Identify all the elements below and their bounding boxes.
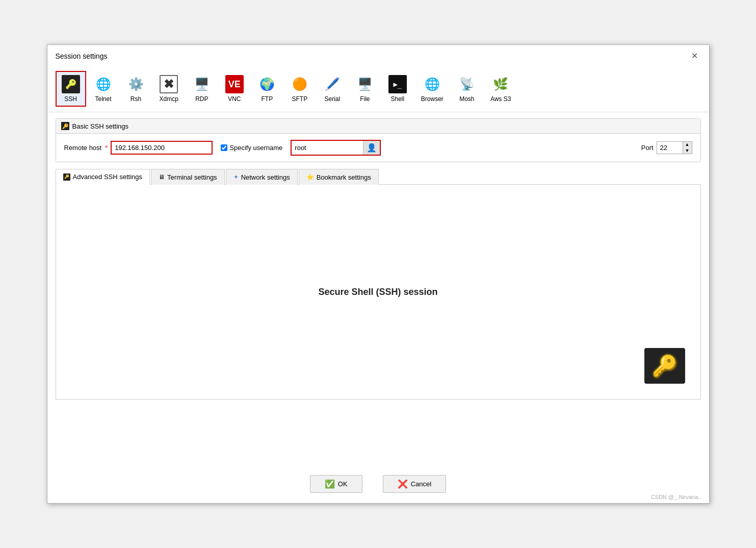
advanced-ssh-tab-icon: 🔑 (63, 173, 70, 181)
ssh-big-icon: 🔑 (644, 348, 685, 384)
ok-button[interactable]: ✅ OK (310, 475, 362, 493)
telnet-icon: 🌐 (94, 75, 113, 93)
protocol-awss3[interactable]: 🌿 Aws S3 (484, 71, 517, 107)
protocol-rdp[interactable]: 🖥️ RDP (187, 71, 217, 107)
cancel-icon: ❌ (398, 479, 408, 489)
protocol-ftp-label: FTP (262, 95, 273, 103)
specify-username-checkbox[interactable] (221, 144, 227, 151)
network-tab-label: Network settings (241, 173, 290, 181)
file-icon: 🖥️ (356, 75, 374, 93)
cancel-label: Cancel (411, 480, 431, 488)
xdmcp-icon: ✖ (160, 75, 178, 93)
basic-section-icon: 🔑 (61, 122, 69, 130)
protocol-rsh[interactable]: ⚙️ Rsh (121, 71, 151, 107)
tab-content-area: Secure Shell (SSH) session 🔑 (56, 185, 701, 400)
specify-username-label: Specify username (229, 144, 282, 152)
network-tab-icon: ✦ (233, 173, 239, 181)
protocol-ftp[interactable]: 🌍 FTP (252, 71, 282, 107)
cancel-button[interactable]: ❌ Cancel (383, 475, 446, 493)
port-decrement-button[interactable]: ▼ (683, 148, 692, 154)
ok-label: OK (338, 480, 348, 488)
protocol-mosh-label: Mosh (459, 95, 474, 103)
dialog-footer: ✅ OK ❌ Cancel (47, 465, 709, 503)
protocol-mosh[interactable]: 📡 Mosh (452, 71, 482, 107)
close-button[interactable]: ✕ (688, 50, 701, 62)
remote-host-label: Remote host (64, 144, 102, 152)
tabs-header: 🔑 Advanced SSH settings 🖥 Terminal setti… (56, 168, 701, 185)
protocol-xdmcp[interactable]: ✖ Xdmcp (153, 71, 185, 107)
protocol-rdp-label: RDP (195, 95, 208, 103)
port-group: Port ▲ ▼ (641, 141, 692, 154)
vnc-icon: VE (225, 75, 244, 93)
protocol-ssh[interactable]: SSH (56, 71, 86, 107)
basic-section-title: 🔑 Basic SSH settings (56, 119, 700, 134)
required-star: * (105, 144, 108, 152)
protocol-vnc[interactable]: VE VNC (219, 71, 250, 107)
title-bar: Session settings ✕ (47, 45, 709, 66)
advanced-ssh-tab-label: Advanced SSH settings (73, 173, 143, 181)
protocol-file[interactable]: 🖥️ File (350, 71, 380, 107)
mosh-icon: 📡 (458, 75, 476, 93)
tab-network[interactable]: ✦ Network settings (226, 169, 298, 185)
terminal-tab-label: Terminal settings (167, 173, 217, 181)
terminal-tab-icon: 🖥 (159, 173, 165, 181)
ftp-icon: 🌍 (258, 75, 276, 93)
ssh-session-label: Secure Shell (SSH) session (318, 287, 437, 297)
protocol-xdmcp-label: Xdmcp (160, 95, 178, 103)
serial-icon: 🖊️ (323, 75, 342, 93)
browser-icon: 🌐 (423, 75, 441, 93)
protocol-browser[interactable]: 🌐 Browser (415, 71, 450, 107)
ok-icon: ✅ (325, 479, 335, 489)
protocol-awss3-label: Aws S3 (490, 95, 511, 103)
protocol-rsh-label: Rsh (131, 95, 141, 103)
protocol-serial-label: Serial (325, 95, 341, 103)
awss3-icon: 🌿 (491, 75, 510, 93)
shell-icon: ▶_ (388, 75, 407, 93)
protocol-bar: SSH 🌐 Telnet ⚙️ Rsh ✖ Xdmcp 🖥️ RDP VE VN… (47, 66, 709, 112)
tab-advanced-ssh[interactable]: 🔑 Advanced SSH settings (56, 169, 150, 185)
tab-terminal[interactable]: 🖥 Terminal settings (151, 169, 225, 185)
port-label: Port (641, 144, 654, 152)
protocol-shell[interactable]: ▶_ Shell (382, 71, 413, 107)
tab-content-inner: Secure Shell (SSH) session (56, 185, 700, 399)
protocol-sftp[interactable]: 🟠 SFTP (284, 71, 315, 107)
specify-username-group: Specify username (221, 144, 282, 152)
basic-section-body: Remote host * Specify username 👤 Port (56, 134, 700, 162)
rdp-icon: 🖥️ (193, 75, 211, 93)
session-settings-dialog: Session settings ✕ SSH 🌐 Telnet ⚙️ Rsh ✖… (47, 44, 710, 504)
bookmark-tab-icon: ⭐ (306, 173, 314, 181)
sftp-icon: 🟠 (291, 75, 309, 93)
ssh-icon (62, 75, 80, 93)
protocol-sftp-label: SFTP (292, 95, 308, 103)
username-input[interactable] (292, 142, 363, 154)
protocol-shell-label: Shell (391, 95, 405, 103)
protocol-ssh-label: SSH (64, 95, 77, 103)
remote-host-input[interactable] (111, 141, 213, 155)
dialog-title: Session settings (56, 52, 108, 60)
protocol-vnc-label: VNC (228, 95, 241, 103)
tab-bookmark[interactable]: ⭐ Bookmark settings (299, 169, 379, 185)
advanced-tabs-section: 🔑 Advanced SSH settings 🖥 Terminal setti… (56, 168, 701, 400)
rsh-icon: ⚙️ (127, 75, 145, 93)
port-input-wrap: ▲ ▼ (657, 141, 692, 154)
username-input-wrap: 👤 (291, 140, 381, 156)
basic-section-label: Basic SSH settings (72, 122, 129, 130)
protocol-telnet[interactable]: 🌐 Telnet (88, 71, 119, 107)
port-spinner: ▲ ▼ (683, 142, 692, 154)
port-input[interactable] (657, 142, 683, 154)
protocol-telnet-label: Telnet (95, 95, 111, 103)
basic-ssh-section: 🔑 Basic SSH settings Remote host * Speci… (56, 118, 701, 162)
protocol-file-label: File (360, 95, 370, 103)
protocol-browser-label: Browser (421, 95, 444, 103)
port-increment-button[interactable]: ▲ (683, 142, 692, 148)
user-browse-button[interactable]: 👤 (363, 141, 380, 155)
remote-host-group: Remote host * (64, 141, 213, 155)
bookmark-tab-label: Bookmark settings (317, 173, 371, 181)
protocol-serial[interactable]: 🖊️ Serial (317, 71, 348, 107)
watermark: CSDN @_.Nirvana... (651, 494, 703, 500)
